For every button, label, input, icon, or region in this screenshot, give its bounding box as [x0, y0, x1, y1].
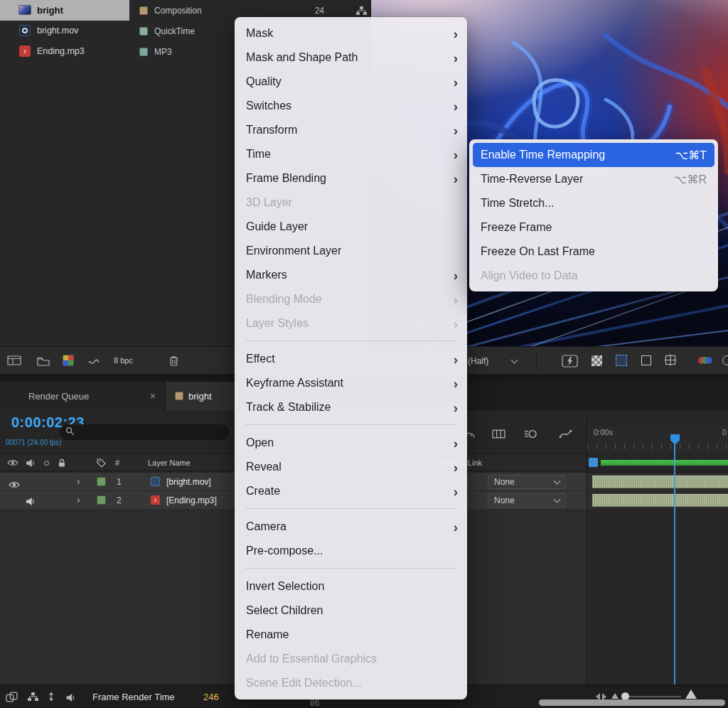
search-input[interactable] [79, 427, 223, 438]
channels-icon[interactable] [697, 355, 714, 368]
layer-duration-bar[interactable] [592, 476, 728, 488]
frame-blending-toggle-icon[interactable] [492, 429, 505, 442]
layer-duration-bar[interactable] [592, 494, 728, 507]
speaker-icon[interactable] [26, 496, 35, 509]
project-item-type: Composition [139, 0, 202, 21]
menu-item-select-children[interactable]: Select Children [235, 599, 467, 623]
frame-render-time-value: 246 [203, 692, 219, 702]
parent-link-dropdown[interactable]: None [488, 493, 566, 508]
work-area-bar[interactable] [601, 460, 728, 466]
menu-item-environment-layer[interactable]: Environment Layer [235, 239, 467, 263]
submenu-item-time-reverse-layer[interactable]: Time-Reverse Layer⌥⌘R [473, 167, 714, 191]
submenu-item-time-stretch[interactable]: Time Stretch... [473, 191, 714, 215]
timeline-search[interactable] [60, 424, 229, 440]
audio-layer-icon: ♪ [151, 495, 160, 505]
menu-item-mask[interactable]: Mask› [235, 21, 467, 45]
bit-depth-button[interactable]: 8 bpc [114, 356, 133, 365]
project-item-name-cell[interactable]: bright.mov [0, 21, 129, 41]
chevron-down-icon[interactable] [511, 357, 518, 364]
submenu-item-freeze-on-last-frame[interactable]: Freeze On Last Frame [473, 240, 714, 264]
tab-composition-bright[interactable]: bright [166, 382, 238, 410]
composition-tab-icon [175, 392, 183, 400]
expand-collapse-icon[interactable] [47, 691, 55, 705]
menu-item-markers[interactable]: Markers› [235, 263, 467, 287]
layer-name-column-header[interactable]: Layer Name [148, 458, 191, 467]
transparency-grid-icon[interactable] [592, 355, 602, 366]
project-item-name-cell[interactable]: ♪ Ending.mp3 [0, 41, 129, 62]
column-track-divider[interactable] [587, 410, 587, 685]
label-color-swatch[interactable] [97, 477, 106, 486]
mask-visibility-icon[interactable] [641, 355, 651, 365]
mp3-file-icon: ♪ [19, 45, 31, 57]
menu-item-guide-layer[interactable]: Guide Layer [235, 215, 467, 239]
twirl-icon[interactable]: › [77, 494, 80, 505]
parent-link-dropdown[interactable]: None [488, 475, 566, 489]
menu-item-frame-blending[interactable]: Frame Blending› [235, 166, 467, 191]
panel-icon[interactable] [7, 355, 21, 368]
frame-render-time-label: Frame Render Time [92, 692, 175, 702]
menu-item-track-stabilize[interactable]: Track & Stabilize› [235, 395, 467, 419]
audio-levels-icon[interactable] [65, 692, 75, 705]
zoom-in-mountain-icon[interactable] [685, 690, 697, 699]
graph-editor-icon[interactable] [559, 429, 572, 442]
resolution-dropdown[interactable]: (Half) [468, 356, 488, 366]
label-color-swatch[interactable] [97, 495, 106, 505]
new-composition-icon[interactable] [63, 355, 74, 366]
mini-flowchart-icon[interactable] [27, 692, 38, 704]
menu-item-effect[interactable]: Effect› [235, 347, 467, 371]
partial-toolbar-icon[interactable] [722, 355, 728, 365]
interpret-footage-icon[interactable] [88, 357, 100, 370]
number-column-header[interactable]: # [115, 458, 119, 467]
search-icon [65, 426, 75, 439]
time-ruler[interactable]: 0:00s 0 [587, 426, 728, 454]
menu-item-invert-selection[interactable]: Invert Selection [235, 574, 467, 599]
menu-item-quality[interactable]: Quality› [235, 70, 467, 94]
menu-item-blending-mode: Blending Mode› [235, 287, 467, 311]
grid-guides-icon[interactable] [664, 354, 677, 369]
menu-item-keyframe-assistant[interactable]: Keyframe Assistant› [235, 371, 467, 395]
submenu-chevron-icon: › [454, 353, 458, 366]
menu-item-rename[interactable]: Rename [235, 623, 467, 647]
lock-column-icon[interactable] [58, 458, 65, 469]
tab-render-queue[interactable]: Render Queue × [0, 382, 166, 410]
menu-item-camera[interactable]: Camera› [235, 515, 467, 539]
menu-item-mask-and-shape-path[interactable]: Mask and Shape Path› [235, 45, 467, 70]
solo-column-icon[interactable] [44, 461, 49, 466]
menu-item-reveal[interactable]: Reveal› [235, 455, 467, 479]
region-of-interest-icon[interactable] [616, 355, 627, 366]
submenu-item-enable-time-remapping[interactable]: Enable Time Remapping⌥⌘T [473, 143, 714, 167]
eye-icon[interactable] [9, 478, 20, 491]
submenu-item-freeze-frame[interactable]: Freeze Frame [473, 215, 714, 240]
submenu-chevron-icon: › [454, 317, 458, 331]
submenu-chevron-icon: › [454, 75, 458, 89]
menu-item-switches[interactable]: Switches› [235, 94, 467, 118]
menu-separator [245, 508, 456, 509]
zoom-slider-track[interactable] [623, 696, 681, 697]
menu-item-open[interactable]: Open› [235, 431, 467, 455]
close-icon[interactable]: × [150, 390, 156, 402]
menu-item-time[interactable]: Time› [235, 142, 467, 166]
zoom-out-mountain-icon[interactable] [611, 693, 619, 699]
label-column-tag-icon[interactable] [97, 458, 106, 469]
menu-separator [245, 424, 456, 425]
project-item-name-cell[interactable]: bright [0, 0, 129, 21]
video-column-eye-icon[interactable] [7, 459, 18, 468]
twirl-icon[interactable]: › [77, 476, 80, 487]
layer-name[interactable]: [Ending.mp3] [166, 495, 217, 505]
chevron-down-icon [554, 496, 561, 503]
audio-column-speaker-icon[interactable] [26, 458, 35, 469]
horizontal-scrollbar[interactable] [539, 699, 725, 706]
menu-item-create[interactable]: Create› [235, 479, 467, 503]
layer-name[interactable]: [bright.mov] [166, 477, 211, 487]
new-folder-icon[interactable] [37, 356, 50, 369]
menu-item-transform[interactable]: Transform› [235, 118, 467, 142]
menu-item-pre-compose[interactable]: Pre-compose... [235, 539, 467, 563]
trash-icon[interactable] [169, 355, 178, 369]
transfer-modes-icon[interactable] [6, 692, 18, 705]
submenu-item-align-video-to-data: Align Video to Data [473, 264, 714, 288]
menu-item-scene-edit-detection: Scene Edit Detection... [235, 671, 467, 695]
submenu-chevron-icon: › [454, 293, 458, 306]
nav-marker-icon[interactable] [589, 458, 598, 467]
motion-blur-toggle-icon[interactable] [524, 429, 537, 442]
fast-previews-icon[interactable] [562, 355, 578, 370]
